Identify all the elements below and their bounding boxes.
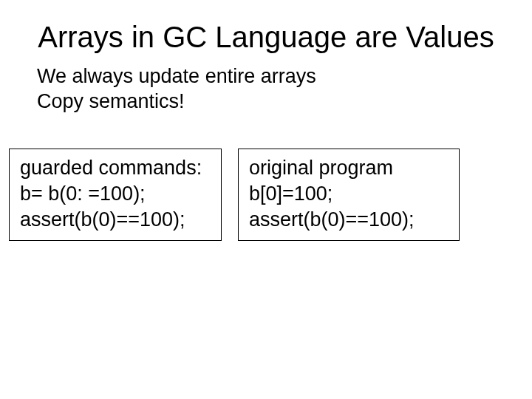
- slide-title: Arrays in GC Language are Values: [22, 21, 510, 54]
- slide-subtext: We always update entire arrays Copy sema…: [37, 64, 510, 115]
- subtext-line-2: Copy semantics!: [37, 89, 510, 115]
- slide: Arrays in GC Language are Values We alwa…: [0, 0, 532, 399]
- guarded-commands-box: guarded commands: b= b(0: =100); assert(…: [9, 149, 222, 241]
- original-program-line-1: b[0]=100;: [249, 181, 449, 207]
- code-boxes: guarded commands: b= b(0: =100); assert(…: [9, 149, 510, 241]
- original-program-header: original program: [249, 155, 449, 181]
- original-program-line-2: assert(b(0)==100);: [249, 207, 449, 233]
- guarded-commands-line-1: b= b(0: =100);: [20, 181, 211, 207]
- original-program-box: original program b[0]=100; assert(b(0)==…: [238, 149, 460, 241]
- guarded-commands-line-2: assert(b(0)==100);: [20, 207, 211, 233]
- subtext-line-1: We always update entire arrays: [37, 64, 510, 89]
- guarded-commands-header: guarded commands:: [20, 155, 211, 181]
